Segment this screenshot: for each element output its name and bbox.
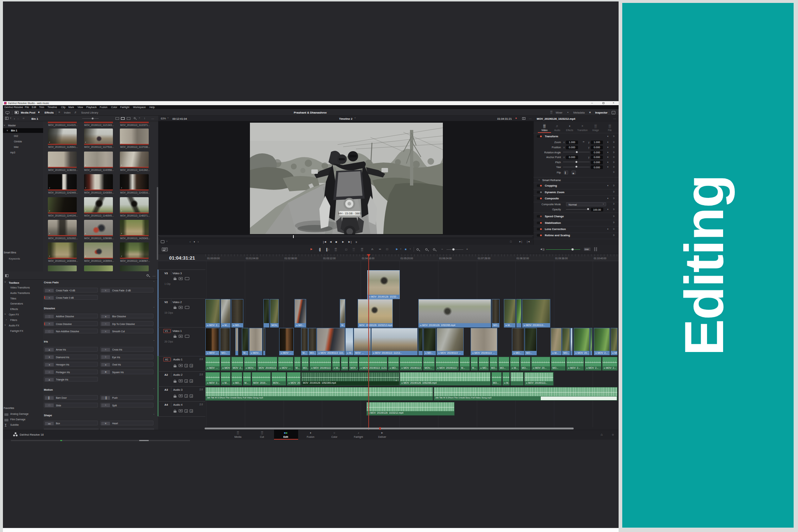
- svg-text:MH - 15.GB - 3883: MH - 15.GB - 3883: [338, 212, 361, 215]
